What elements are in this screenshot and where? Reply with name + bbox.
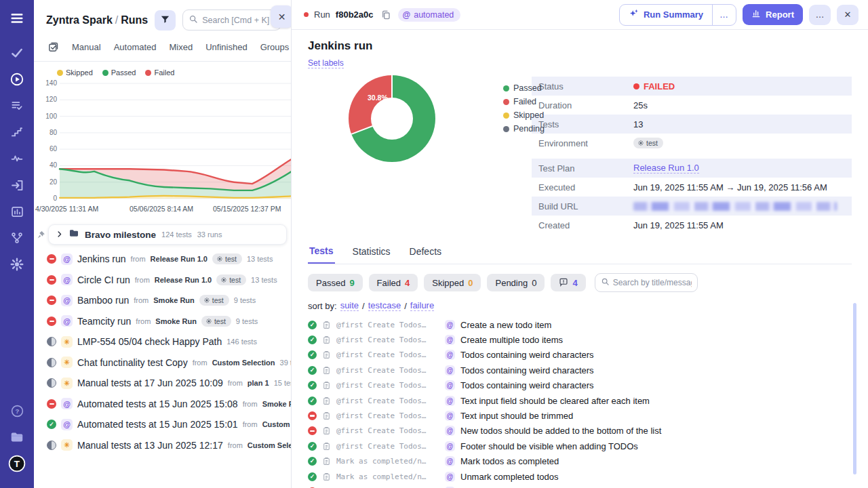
test-list-item[interactable]: @first Create Todos… @ New todos should … bbox=[308, 424, 852, 439]
tab-groups[interactable]: Groups bbox=[260, 42, 290, 52]
run-list-item[interactable]: @ Jenkins run fromRelease Run 1.0 test 1… bbox=[34, 249, 291, 270]
test-list-item[interactable]: @first Create Todos… @ Create a new todo… bbox=[308, 317, 852, 332]
test-list-item[interactable]: Mark as completed/n… @ Mark todos as com… bbox=[308, 454, 852, 469]
passed-status-icon bbox=[308, 442, 317, 451]
sort-by-suite[interactable]: suite bbox=[340, 300, 359, 311]
run-list-item[interactable]: ✳ Manual tests at 17 Jun 2025 10:09 from… bbox=[34, 373, 291, 394]
tests-check-icon[interactable] bbox=[8, 44, 26, 62]
run-plan: Custom Selection bbox=[248, 441, 291, 449]
tests-scrollbar[interactable] bbox=[853, 303, 856, 474]
settings-gear-icon[interactable] bbox=[8, 256, 26, 273]
test-plan-link[interactable]: Release Run 1.0 bbox=[633, 163, 699, 174]
env-badge: test bbox=[216, 274, 246, 285]
test-list-item[interactable]: @first Create Todos… @ Text input should… bbox=[308, 408, 852, 423]
svg-text:140: 140 bbox=[45, 79, 57, 87]
run-name: Chat functinality test Copy bbox=[77, 357, 188, 368]
test-list-item[interactable]: Mark as completed/n… @ Unmark completed … bbox=[308, 469, 852, 484]
automated-icon: @ bbox=[403, 10, 411, 20]
app-logo[interactable]: T bbox=[8, 455, 26, 472]
test-list-item[interactable]: @first Create Todos… @ Todos containing … bbox=[308, 363, 852, 378]
legend-passed: Passed bbox=[111, 68, 136, 77]
import-icon[interactable] bbox=[8, 176, 26, 194]
tab-unfinished[interactable]: Unfinished bbox=[205, 42, 247, 52]
tab-defects[interactable]: Defects bbox=[408, 245, 443, 264]
run-summary-more-button[interactable]: … bbox=[712, 5, 736, 25]
project-name[interactable]: Zyntra Spark bbox=[46, 14, 113, 26]
automated-badge[interactable]: @ automated bbox=[398, 8, 461, 22]
automated-run-icon: @ bbox=[61, 419, 73, 430]
run-list-item[interactable]: ✳ LMP-554 05/04 check Happy Path 146 tes… bbox=[34, 331, 291, 352]
automated-run-icon: @ bbox=[61, 295, 73, 306]
menu-icon[interactable] bbox=[8, 9, 26, 27]
pin-icon[interactable] bbox=[37, 230, 45, 239]
app-sidebar: ? T bbox=[0, 0, 34, 488]
run-list-item[interactable]: @ Circle CI run fromRelease Run 1.0 test… bbox=[34, 270, 291, 291]
select-all-icon[interactable] bbox=[47, 41, 59, 53]
more-actions-button[interactable]: … bbox=[809, 5, 831, 25]
suite-name: @first Create Todos… bbox=[336, 442, 439, 451]
test-list-item[interactable]: Mark as completed/n… @ Mark all todos as… bbox=[308, 484, 852, 488]
tests-search-input[interactable] bbox=[613, 278, 692, 287]
close-run-button[interactable]: ✕ bbox=[837, 5, 859, 25]
report-chart-icon bbox=[751, 9, 761, 20]
breadcrumb: Zyntra Spark/Runs bbox=[46, 14, 148, 26]
passed-status-icon bbox=[308, 381, 317, 390]
run-list-item[interactable]: @ Bamboo run fromSmoke Run test 9 tests bbox=[34, 290, 291, 311]
filter-failed-button[interactable]: Failed4 bbox=[369, 274, 418, 291]
run-summary-button[interactable]: Run Summary bbox=[620, 5, 712, 25]
run-detail-topbar: Run f80b2a0c @ automated Run Summary … bbox=[292, 0, 868, 30]
report-button[interactable]: Report bbox=[743, 4, 803, 25]
test-list-item[interactable]: @first Create Todos… @ Todos containing … bbox=[308, 378, 852, 393]
run-summary-split-button: Run Summary … bbox=[619, 4, 736, 26]
run-plan: Smoke Run bbox=[155, 317, 197, 325]
filter-comments-button[interactable]: 4 bbox=[551, 274, 585, 291]
reports-bar-chart-icon[interactable] bbox=[8, 203, 26, 220]
sort-by-failure[interactable]: failure bbox=[410, 300, 434, 311]
chevron-right-icon[interactable] bbox=[56, 228, 63, 241]
tab-statistics[interactable]: Statistics bbox=[351, 245, 392, 264]
tab-mixed[interactable]: Mixed bbox=[170, 42, 193, 52]
copy-run-id-button[interactable] bbox=[379, 8, 393, 22]
filter-button[interactable] bbox=[155, 10, 176, 30]
sort-by-testcase[interactable]: testcase bbox=[368, 300, 401, 311]
runs-play-icon[interactable] bbox=[8, 70, 26, 88]
run-name: Circle CI run bbox=[77, 274, 130, 285]
run-list-item[interactable]: ✳ Manual tests at 13 Jun 2025 12:17 from… bbox=[34, 435, 291, 456]
milestone-folder[interactable]: Bravo milestone 124 tests 33 runs bbox=[48, 224, 287, 245]
run-list-item[interactable]: @ Teamcity run fromSmoke Run test 9 test… bbox=[34, 311, 291, 332]
svg-text:120: 120 bbox=[45, 96, 57, 103]
filter-pending-button[interactable]: Pending0 bbox=[487, 274, 545, 291]
suite-name: Mark as completed/n… bbox=[336, 457, 439, 466]
test-plans-icon[interactable] bbox=[8, 97, 26, 115]
branch-icon[interactable] bbox=[8, 229, 26, 247]
test-list-item[interactable]: @first Create Todos… @ Footer should be … bbox=[308, 439, 852, 453]
x-label-2: 05/15/2025 12:37 PM bbox=[213, 205, 281, 213]
donut-ring bbox=[349, 75, 435, 162]
automated-run-icon: @ bbox=[61, 398, 73, 409]
failed-dot bbox=[145, 70, 151, 76]
tab-tests[interactable]: Tests bbox=[308, 245, 335, 264]
tests-tabs: Tests Statistics Defects bbox=[308, 245, 852, 264]
projects-folder-icon[interactable] bbox=[8, 428, 26, 446]
runs-search-input[interactable] bbox=[202, 16, 275, 25]
tab-manual[interactable]: Manual bbox=[72, 42, 101, 52]
filter-skipped-button[interactable]: Skipped0 bbox=[424, 274, 481, 291]
set-labels-link[interactable]: Set labels bbox=[308, 58, 344, 68]
collapse-panel-button[interactable]: ✕ bbox=[271, 5, 292, 28]
test-list-item[interactable]: @first Create Todos… @ Create multiple t… bbox=[308, 332, 852, 347]
help-icon[interactable]: ? bbox=[8, 402, 26, 420]
test-list-item[interactable]: @first Create Todos… @ Text input field … bbox=[308, 393, 852, 408]
test-list-item[interactable]: @first Create Todos… @ Todos containing … bbox=[308, 348, 852, 363]
milestones-steps-icon[interactable] bbox=[8, 123, 26, 141]
filter-passed-button[interactable]: Passed9 bbox=[308, 274, 363, 291]
automated-test-icon: @ bbox=[445, 380, 455, 390]
tab-automated[interactable]: Automated bbox=[114, 42, 157, 52]
run-detail-panel: Run f80b2a0c @ automated Run Summary … bbox=[292, 0, 868, 488]
build-url-redacted[interactable] bbox=[633, 202, 837, 211]
pulse-analytics-icon[interactable] bbox=[8, 150, 26, 167]
run-list-item[interactable]: @ Automated tests at 15 Jun 2025 15:01 f… bbox=[34, 414, 291, 435]
run-list-item[interactable]: ✳ Chat functinality test Copy fromCustom… bbox=[34, 352, 291, 373]
run-name: LMP-554 05/04 check Happy Path bbox=[77, 336, 222, 347]
run-list-item[interactable]: @ Automated tests at 15 Jun 2025 15:08 f… bbox=[34, 394, 291, 415]
in-progress-status-icon bbox=[47, 358, 56, 367]
